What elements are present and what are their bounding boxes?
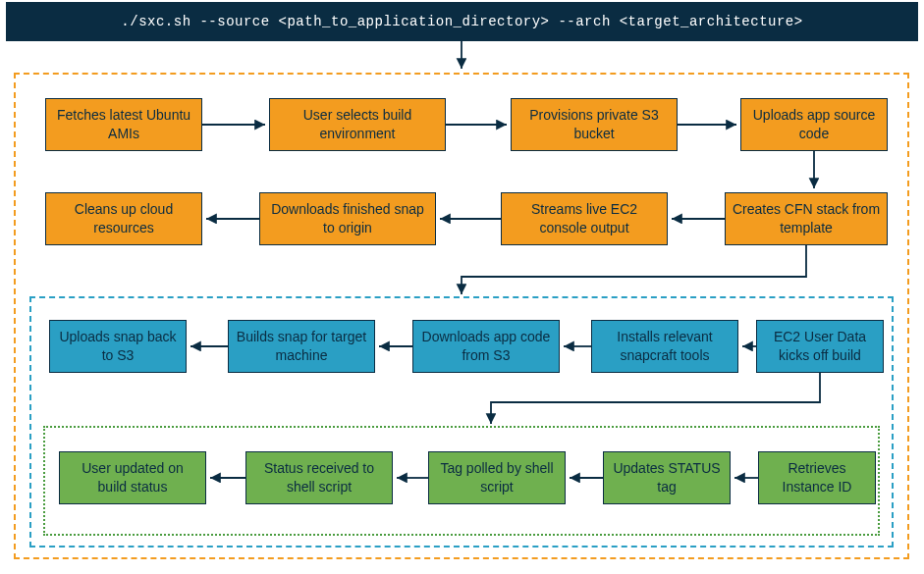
node-download-snap: Downloads finished snap to origin — [259, 192, 436, 245]
command-bar: ./sxc.sh --source <path_to_application_d… — [6, 2, 918, 41]
node-user-updated: User updated on build status — [59, 451, 206, 504]
label: Builds snap for target machine — [235, 328, 368, 365]
node-download-app-code: Downloads app code from S3 — [412, 320, 560, 373]
label: Tag polled by shell script — [435, 459, 559, 496]
node-upload-source: Uploads app source code — [740, 98, 888, 151]
label: Status received to shell script — [252, 459, 386, 496]
node-ec2-userdata: EC2 User Data kicks off build — [756, 320, 884, 373]
label: Downloads finished snap to origin — [266, 200, 429, 237]
node-status-received: Status received to shell script — [245, 451, 393, 504]
label: Fetches latest Ubuntu AMIs — [52, 106, 195, 143]
node-update-status-tag: Updates STATUS tag — [603, 451, 731, 504]
label: Downloads app code from S3 — [419, 328, 553, 365]
label: Updates STATUS tag — [610, 459, 724, 496]
node-install-snapcraft: Installs relevant snapcraft tools — [591, 320, 738, 373]
node-fetch-ami: Fetches latest Ubuntu AMIs — [45, 98, 202, 151]
label: Uploads snap back to S3 — [56, 328, 180, 365]
node-cleanup: Cleans up cloud resources — [45, 192, 202, 245]
node-upload-snap-s3: Uploads snap back to S3 — [49, 320, 187, 373]
label: Cleans up cloud resources — [52, 200, 195, 237]
node-build-snap: Builds snap for target machine — [228, 320, 375, 373]
label: EC2 User Data kicks off build — [763, 328, 877, 365]
label: Creates CFN stack from template — [732, 200, 881, 237]
label: User selects build environment — [276, 106, 439, 143]
node-provision-s3: Provisions private S3 bucket — [511, 98, 678, 151]
node-create-cfn: Creates CFN stack from template — [725, 192, 888, 245]
label: Streams live EC2 console output — [508, 200, 661, 237]
node-tag-polled: Tag polled by shell script — [428, 451, 566, 504]
node-stream-console: Streams live EC2 console output — [501, 192, 668, 245]
command-text: ./sxc.sh --source <path_to_application_d… — [121, 14, 802, 29]
label: Uploads app source code — [747, 106, 881, 143]
label: Provisions private S3 bucket — [517, 106, 671, 143]
node-retrieve-instance: Retrieves Instance ID — [758, 451, 876, 504]
label: Installs relevant snapcraft tools — [598, 328, 732, 365]
node-select-env: User selects build environment — [269, 98, 446, 151]
label: Retrieves Instance ID — [765, 459, 869, 496]
label: User updated on build status — [66, 459, 199, 496]
